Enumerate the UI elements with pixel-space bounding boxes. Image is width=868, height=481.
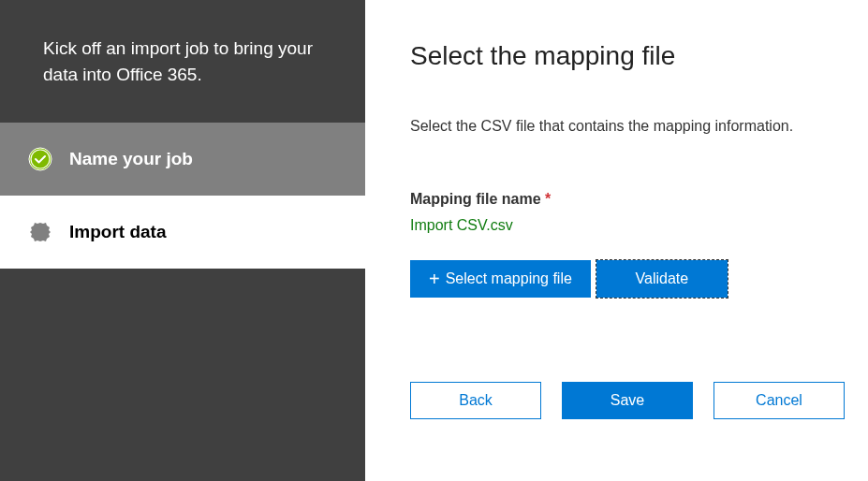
wizard-footer-buttons: Back Save Cancel — [410, 382, 845, 419]
select-mapping-file-button[interactable]: + Select mapping file — [410, 260, 591, 298]
save-button[interactable]: Save — [562, 382, 693, 419]
page-subtitle: Select the CSV file that contains the ma… — [410, 118, 845, 135]
step-label: Import data — [69, 222, 166, 242]
badge-icon — [28, 220, 52, 244]
cancel-button[interactable]: Cancel — [714, 382, 845, 419]
validate-label: Validate — [636, 270, 689, 287]
page-title: Select the mapping file — [410, 41, 845, 71]
selected-file-name: Import CSV.csv — [410, 217, 845, 234]
wizard-step-import-data[interactable]: Import data — [0, 196, 365, 269]
validate-button[interactable]: Validate — [596, 260, 728, 298]
checkmark-circle-icon — [28, 147, 52, 171]
plus-icon: + — [429, 270, 440, 288]
back-button[interactable]: Back — [410, 382, 541, 419]
file-action-buttons: + Select mapping file Validate — [410, 260, 845, 298]
wizard-step-name-your-job[interactable]: Name your job — [0, 123, 365, 196]
svg-point-0 — [29, 148, 51, 170]
select-file-label: Select mapping file — [446, 270, 572, 287]
mapping-file-label: Mapping file name * — [410, 191, 845, 208]
required-indicator: * — [545, 191, 551, 207]
field-label-text: Mapping file name — [410, 191, 541, 207]
main-panel: Select the mapping file Select the CSV f… — [365, 0, 868, 481]
sidebar-intro-text: Kick off an import job to bring your dat… — [0, 0, 365, 123]
step-label: Name your job — [69, 149, 193, 169]
wizard-sidebar: Kick off an import job to bring your dat… — [0, 0, 365, 481]
